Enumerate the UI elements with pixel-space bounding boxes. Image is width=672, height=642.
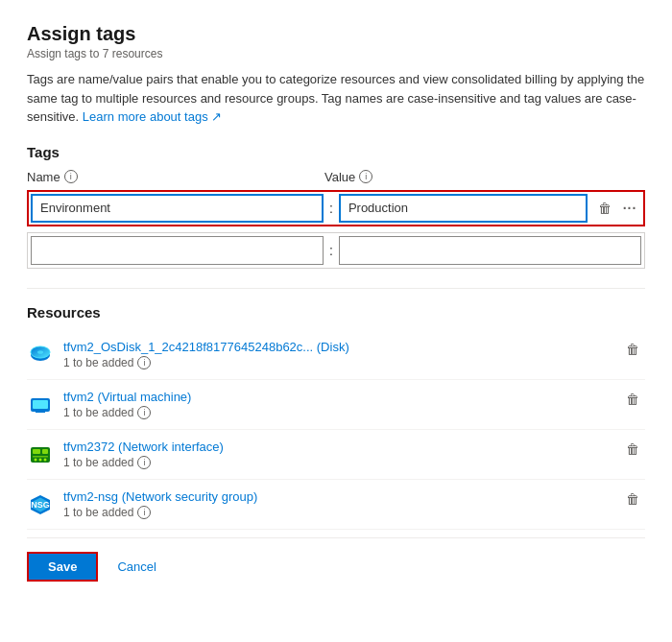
resource-name-3: tfvm2372 (Network interface): [63, 440, 620, 454]
tags-section: Tags Name i Value i : 🗑 ···: [27, 144, 645, 269]
resource-info-4: tfvm2-nsg (Network security group) 1 to …: [63, 489, 620, 519]
name-column-header: Name i: [27, 170, 324, 184]
tag-name-input-1[interactable]: [31, 194, 324, 223]
svg-rect-10: [33, 449, 40, 454]
resource-delete-button-3[interactable]: 🗑: [620, 440, 645, 459]
save-button[interactable]: Save: [27, 552, 98, 582]
resource-name-4: tfvm2-nsg (Network security group): [63, 489, 620, 504]
svg-text:NSG: NSG: [31, 500, 50, 510]
resource-status-4: 1 to be added i: [63, 506, 620, 519]
resource-info-icon-1[interactable]: i: [137, 356, 151, 369]
resource-item-1: tfvm2_OsDisk_1_2c4218f8177645248b62c... …: [27, 330, 645, 380]
resource-item-2: tfvm2 (Virtual machine) 1 to be added i …: [27, 380, 645, 430]
resource-delete-button-1[interactable]: 🗑: [620, 340, 645, 359]
resource-icon-vm: [27, 392, 54, 418]
page-subtitle: Assign tags to 7 resources: [27, 47, 645, 60]
tag-delete-button-1[interactable]: 🗑: [593, 197, 616, 220]
resource-info-3: tfvm2372 (Network interface) 1 to be add…: [63, 440, 620, 469]
value-column-header: Value i: [324, 170, 645, 184]
svg-rect-7: [37, 410, 43, 412]
svg-point-14: [39, 458, 42, 461]
svg-point-4: [37, 350, 43, 354]
resource-item-4: NSG tfvm2-nsg (Network security group) 1…: [27, 480, 645, 530]
resource-name-1: tfvm2_OsDisk_1_2c4218f8177645248b62c... …: [63, 340, 620, 354]
tag-row-1: : 🗑 ···: [27, 190, 645, 226]
value-info-icon[interactable]: i: [359, 170, 372, 183]
svg-rect-8: [36, 412, 45, 413]
resource-item-3: tfvm2372 (Network interface) 1 to be add…: [27, 430, 645, 480]
section-divider: [27, 288, 645, 289]
svg-rect-6: [33, 400, 48, 409]
tags-header: Name i Value i: [27, 170, 645, 184]
tag-value-input-2[interactable]: [339, 236, 641, 265]
resource-info-1: tfvm2_OsDisk_1_2c4218f8177645248b62c... …: [63, 340, 620, 369]
resource-icon-nic: [27, 441, 54, 468]
resource-delete-button-4[interactable]: 🗑: [620, 489, 645, 509]
tag-row-2: :: [27, 232, 645, 269]
tag-actions-1: 🗑 ···: [593, 197, 641, 220]
resources-section-title: Resources: [27, 304, 645, 321]
resource-status-3: 1 to be added i: [63, 456, 620, 469]
footer: Save Cancel: [27, 537, 645, 582]
svg-rect-11: [42, 449, 48, 454]
svg-point-15: [44, 458, 47, 461]
resource-icon-disk: [27, 342, 54, 369]
page-title: Assign tags: [27, 23, 645, 45]
resource-delete-button-2[interactable]: 🗑: [620, 390, 645, 409]
resource-info-icon-3[interactable]: i: [137, 456, 151, 469]
trash-icon-1: 🗑: [598, 201, 612, 216]
tag-value-input-1[interactable]: [339, 194, 588, 223]
tag-more-button-1[interactable]: ···: [618, 197, 641, 220]
resource-name-2: tfvm2 (Virtual machine): [63, 390, 620, 404]
svg-rect-12: [33, 456, 48, 458]
cancel-button[interactable]: Cancel: [106, 554, 167, 580]
tags-section-title: Tags: [27, 144, 645, 160]
colon-separator-2: :: [324, 243, 339, 258]
resource-icon-nsg: NSG: [27, 491, 54, 518]
name-info-icon[interactable]: i: [64, 170, 78, 183]
assign-tags-page: Assign tags Assign tags to 7 resources T…: [0, 0, 672, 601]
resource-info-2: tfvm2 (Virtual machine) 1 to be added i: [63, 390, 620, 419]
learn-more-link[interactable]: Learn more about tags ↗: [83, 109, 222, 124]
tag-name-input-2[interactable]: [31, 236, 324, 265]
resource-info-icon-4[interactable]: i: [137, 506, 151, 519]
colon-separator-1: :: [324, 201, 339, 216]
resource-status-1: 1 to be added i: [63, 356, 620, 369]
resource-status-2: 1 to be added i: [63, 406, 620, 419]
resource-info-icon-2[interactable]: i: [137, 406, 151, 419]
svg-point-13: [35, 458, 37, 461]
more-icon-1: ···: [623, 201, 637, 216]
description-text: Tags are name/value pairs that enable yo…: [27, 70, 645, 127]
resources-section: Resources: [27, 304, 645, 530]
